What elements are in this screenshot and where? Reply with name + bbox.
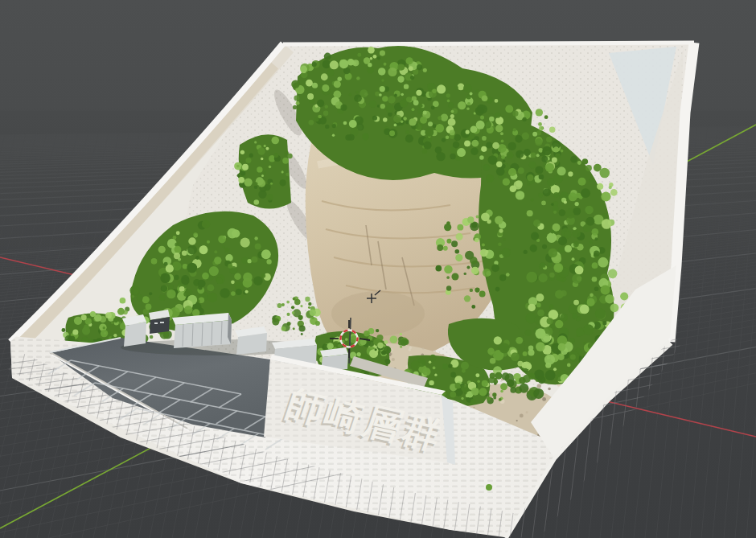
viewport-canvas[interactable]: 師崎層群 師崎層群 <box>0 0 756 538</box>
3d-viewport[interactable]: 師崎層群 師崎層群 <box>0 0 756 538</box>
grass-tuft <box>486 484 492 491</box>
top-rim <box>283 43 694 44</box>
